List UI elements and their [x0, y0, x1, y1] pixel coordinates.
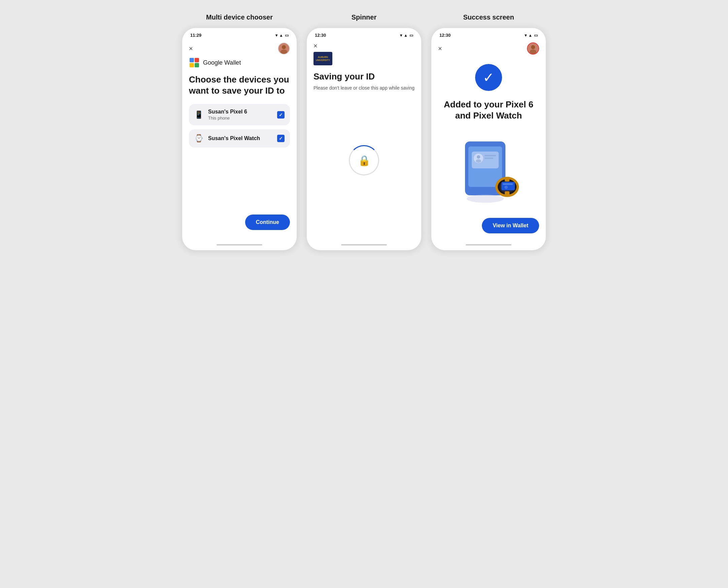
top-bar-3: × [431, 40, 546, 57]
status-time-3: 12:30 [440, 33, 451, 38]
school-badge-text: AUBURNUNIVERSITY [316, 56, 330, 62]
check-circle: ✓ [475, 64, 502, 91]
view-wallet-button[interactable]: View in Wallet [482, 218, 539, 233]
close-button-1[interactable]: × [189, 45, 193, 52]
avatar-1 [278, 42, 290, 55]
avatar-image-3 [528, 43, 538, 54]
screen1-title: Multi device chooser [206, 14, 273, 21]
signal-icon-2: ▲ [404, 33, 408, 38]
screen1-content: Google Wallet Choose the devices you wan… [182, 57, 297, 240]
svg-rect-12 [485, 155, 496, 156]
home-indicator-1 [216, 244, 262, 246]
svg-rect-13 [485, 158, 493, 159]
battery-icon-2: ▭ [409, 33, 413, 38]
school-badge: AUBURNUNIVERSITY [314, 52, 333, 65]
svg-point-22 [505, 186, 508, 189]
top-bar-2: × [307, 40, 421, 52]
close-button-2[interactable]: × [314, 42, 318, 49]
phone-frame-1: 11:29 ▾ ▲ ▭ × [182, 28, 297, 250]
home-indicator-2 [341, 244, 387, 246]
device2-info: Susan's Pixel Watch [208, 135, 273, 142]
status-icons-1: ▾ ▲ ▭ [275, 33, 288, 38]
svg-point-1 [282, 45, 286, 49]
svg-rect-21 [503, 183, 513, 185]
wifi-icon-3: ▾ [524, 33, 527, 38]
svg-point-14 [467, 195, 504, 203]
wallet-logo-row: Google Wallet [189, 57, 290, 68]
device1-sub: This phone [208, 115, 273, 121]
phone-device-icon: 📱 [194, 110, 204, 119]
status-bar-1: 11:29 ▾ ▲ ▭ [182, 28, 297, 40]
continue-button[interactable]: Continue [245, 214, 290, 230]
wallet-icon [189, 57, 200, 68]
status-bar-2: 12:30 ▾ ▲ ▭ [307, 28, 421, 40]
choose-title: Choose the devices you want to save your… [189, 74, 290, 96]
screen2-title: Spinner [351, 14, 377, 21]
device1-info: Susan's Pixel 6 This phone [208, 109, 273, 121]
phone-frame-2: 12:30 ▾ ▲ ▭ × AUBURNUNIVERSITY Sa [307, 28, 421, 250]
device-illustration [438, 129, 539, 214]
spinner-wrapper: 🔒 [349, 145, 379, 175]
success-illustration [448, 135, 529, 209]
svg-rect-20 [501, 182, 515, 190]
spinner-container: 🔒 [314, 107, 414, 213]
saving-sub: Please don't leave or close this app whi… [314, 85, 414, 90]
home-indicator-3 [466, 244, 512, 246]
wifi-icon-2: ▾ [400, 33, 402, 38]
status-icons-2: ▾ ▲ ▭ [400, 33, 413, 38]
spinner-lock-wrapper: 🔒 [358, 154, 370, 166]
status-icons-3: ▾ ▲ ▭ [524, 33, 538, 38]
avatar-image-1 [278, 43, 289, 54]
status-time-1: 11:29 [190, 33, 201, 38]
battery-icon-3: ▭ [534, 33, 538, 38]
wifi-icon: ▾ [275, 33, 277, 38]
status-time-2: 12:30 [315, 33, 326, 38]
top-bar-1: × [182, 40, 297, 57]
svg-point-11 [476, 159, 481, 163]
wallet-logo-text: Google Wallet [203, 59, 241, 66]
screen3-col: Success screen 12:30 ▾ ▲ ▭ × [431, 14, 546, 250]
success-title: Added to your Pixel 6 and Pixel Watch [438, 99, 539, 121]
battery-icon: ▭ [285, 33, 288, 38]
status-bar-3: 12:30 ▾ ▲ ▭ [431, 28, 546, 40]
device2-checkbox[interactable] [277, 135, 284, 142]
screen2-content: AUBURNUNIVERSITY Saving your ID Please d… [307, 52, 421, 240]
spinner-ring: 🔒 [349, 145, 379, 175]
avatar-3 [527, 42, 539, 55]
signal-icon: ▲ [279, 33, 283, 38]
device2-name: Susan's Pixel Watch [208, 135, 273, 142]
screen1-col: Multi device chooser 11:29 ▾ ▲ ▭ × [182, 14, 297, 250]
svg-point-10 [477, 155, 480, 159]
device1-item[interactable]: 📱 Susan's Pixel 6 This phone [189, 104, 290, 125]
watch-device-icon: ⌚ [194, 134, 204, 143]
device1-name: Susan's Pixel 6 [208, 109, 273, 115]
phone-frame-3: 12:30 ▾ ▲ ▭ × [431, 28, 546, 250]
device2-item[interactable]: ⌚ Susan's Pixel Watch [189, 129, 290, 147]
lock-icon: 🔒 [358, 155, 370, 166]
success-content: ✓ Added to your Pixel 6 and Pixel Watch [431, 57, 546, 240]
svg-point-4 [531, 45, 535, 49]
screen3-title: Success screen [463, 14, 514, 21]
close-button-3[interactable]: × [438, 45, 442, 52]
device1-checkbox[interactable] [277, 111, 284, 119]
screen2-col: Spinner 12:30 ▾ ▲ ▭ × AUBURNUNIVER [307, 14, 421, 250]
svg-rect-18 [505, 177, 510, 182]
saving-title: Saving your ID [314, 71, 414, 82]
signal-icon-3: ▲ [528, 33, 532, 38]
screens-row: Multi device chooser 11:29 ▾ ▲ ▭ × [179, 14, 549, 250]
check-icon: ✓ [483, 71, 494, 84]
svg-rect-19 [505, 191, 510, 196]
